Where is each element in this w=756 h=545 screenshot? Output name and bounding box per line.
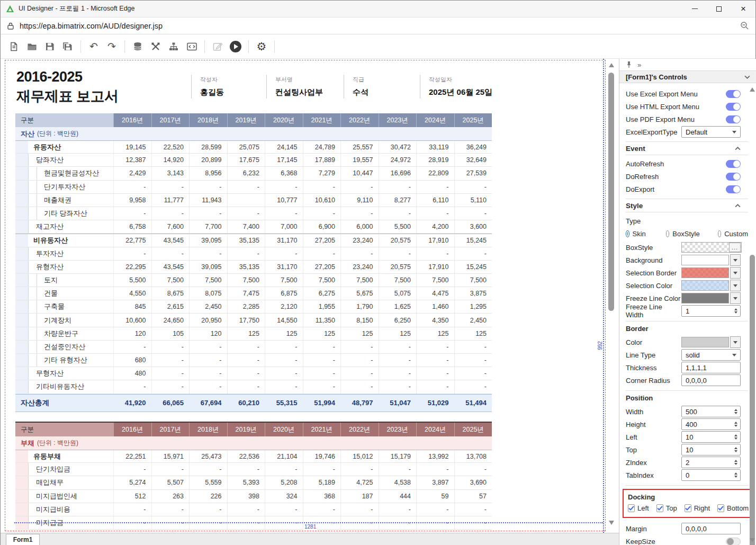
spinner-arrows[interactable] — [734, 447, 740, 453]
property-row-autorefresh: AutoRefresh — [626, 157, 748, 170]
row-gutter — [15, 287, 28, 300]
radio-custom[interactable] — [718, 230, 722, 237]
value-cell: 43,545 — [151, 261, 190, 273]
width-input[interactable]: 500 — [681, 406, 741, 417]
panel-header[interactable]: [Form1]'s Controls — [619, 70, 756, 83]
radio-skin[interactable] — [626, 230, 629, 237]
margin-input[interactable]: 0,0,0,0 — [681, 523, 741, 534]
value-cell: 6,875 — [265, 287, 303, 300]
row-gutter — [15, 141, 28, 153]
selection-color-swatch[interactable] — [681, 280, 729, 291]
toolbar-separator — [274, 40, 275, 53]
pin-icon[interactable] — [626, 61, 632, 68]
value-cell: 17,145 — [265, 154, 303, 166]
checkbox-dock-top[interactable] — [656, 504, 663, 512]
open-folder-icon[interactable] — [23, 39, 40, 55]
line-type-select[interactable]: solid — [681, 349, 741, 361]
excel-export-type-select[interactable]: Default — [681, 126, 741, 138]
panel-scrollbar[interactable] — [749, 85, 755, 544]
table-row: 토지5,5007,5007,5007,5007,5007,5007,5007,5… — [15, 274, 492, 287]
selection-border-swatch[interactable] — [681, 267, 729, 278]
total-value-cell: 41,920 — [113, 395, 151, 412]
scroll-down-arrow-icon[interactable] — [609, 521, 614, 525]
row-gutter — [15, 247, 28, 260]
scroll-up-arrow-icon[interactable] — [750, 87, 755, 92]
freeze-line-width-input[interactable]: 1 — [681, 305, 741, 317]
new-document-icon[interactable] — [5, 39, 22, 55]
code-editor-icon[interactable] — [183, 39, 200, 55]
chevron-up-icon[interactable] — [735, 204, 741, 208]
left-input[interactable]: 10 — [681, 431, 741, 443]
corner-radius-input[interactable]: 0,0,0,0 — [681, 374, 741, 386]
toggle-pdf-export[interactable] — [726, 115, 741, 123]
spinner-arrows[interactable] — [734, 422, 740, 427]
database-icon[interactable] — [129, 39, 146, 55]
value-cell: - — [303, 503, 341, 516]
scroll-down-arrow-icon[interactable] — [750, 538, 755, 542]
background-swatch[interactable] — [681, 255, 729, 265]
table-row: 단기투자자산---------- — [15, 181, 492, 194]
canvas-scrollbar[interactable] — [607, 59, 616, 533]
save-icon[interactable] — [41, 39, 58, 55]
toggle-autorefresh[interactable] — [726, 160, 741, 168]
height-input[interactable]: 400 — [681, 418, 741, 430]
zoom-out-icon[interactable] — [740, 21, 749, 30]
checkbox-dock-bottom[interactable] — [717, 504, 724, 512]
value-cell: 57 — [454, 490, 492, 503]
hierarchy-icon[interactable] — [165, 39, 182, 55]
checkbox-dock-right[interactable] — [685, 504, 691, 512]
close-button[interactable]: × — [731, 1, 755, 17]
save-as-icon[interactable] — [59, 39, 76, 55]
toggle-dorefresh[interactable] — [726, 173, 741, 181]
undo-icon[interactable]: ↶ — [85, 39, 102, 55]
value-cell: - — [303, 463, 341, 476]
table-row: 구축물8452,6152,4502,2852,1201,9551,7901,62… — [15, 300, 492, 314]
design-canvas[interactable]: 2016-2025 재무제표 보고서 작성자 홍길동 부서명 컨설팅사업부 직급… — [1, 59, 619, 533]
boxstyle-more-button[interactable]: ... — [729, 243, 741, 252]
spinner-arrows[interactable] — [734, 460, 740, 466]
query-tools-icon[interactable] — [147, 39, 164, 55]
selection-color-dropdown-button[interactable] — [730, 280, 741, 291]
toggle-keepsize[interactable] — [726, 538, 741, 545]
checkbox-dock-left[interactable] — [628, 504, 635, 512]
spinner-arrows[interactable] — [734, 434, 740, 440]
toggle-html-export[interactable] — [726, 103, 741, 111]
thickness-input[interactable]: 1,1,1,1 — [681, 362, 741, 373]
tab-form1[interactable]: Form1 — [6, 534, 40, 545]
property-row-width: Width 500 — [626, 405, 748, 418]
value-cell: 5,075 — [379, 287, 417, 300]
zindex-input[interactable]: 2 — [681, 457, 741, 468]
collapse-panel-icon[interactable]: » — [637, 61, 641, 69]
section-style[interactable]: Style — [626, 199, 748, 212]
minimize-button[interactable] — [682, 1, 707, 17]
settings-gear-icon[interactable]: ⚙ — [253, 39, 270, 55]
maximize-button[interactable] — [707, 1, 731, 17]
section-event[interactable]: Event — [626, 141, 748, 155]
value-cell: - — [303, 247, 341, 260]
url-input[interactable]: https://epa.bimatrix.com/AUD/designer.js… — [20, 22, 735, 30]
redo-icon[interactable]: ↷ — [103, 39, 120, 55]
value-cell: 9,110 — [340, 194, 379, 207]
top-input[interactable]: 10 — [681, 444, 741, 455]
freeze-line-color-swatch[interactable] — [681, 293, 729, 303]
spinner-arrows[interactable] — [734, 308, 740, 314]
scroll-up-arrow-icon[interactable] — [609, 63, 614, 67]
value-cell: 25,473 — [189, 450, 227, 462]
spinner-arrows[interactable] — [734, 409, 740, 415]
toggle-doexport[interactable] — [726, 185, 741, 193]
scrollbar-thumb[interactable] — [750, 255, 755, 545]
background-dropdown-button[interactable] — [730, 254, 741, 266]
chevron-down-icon[interactable] — [744, 75, 750, 79]
tabindex-input[interactable]: 0 — [681, 469, 741, 481]
radio-boxstyle[interactable] — [666, 230, 670, 237]
chevron-up-icon[interactable] — [735, 147, 741, 150]
spinner-arrows[interactable] — [734, 472, 740, 478]
border-color-dropdown-button[interactable] — [730, 336, 741, 348]
run-icon[interactable] — [227, 39, 244, 55]
border-color-swatch[interactable] — [681, 337, 729, 347]
toggle-excel-export[interactable] — [726, 90, 741, 98]
year-header-cell: 2016년 — [113, 113, 151, 127]
selection-border-dropdown-button[interactable] — [730, 267, 741, 279]
scrollbar-thumb[interactable] — [608, 73, 614, 311]
freeze-line-color-dropdown-button[interactable] — [730, 292, 741, 304]
